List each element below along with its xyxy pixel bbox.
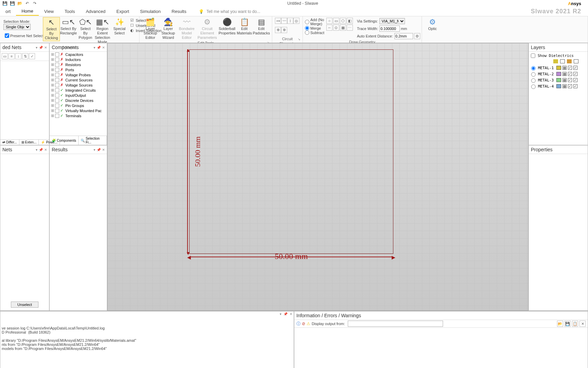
pin-icon[interactable]: 📌 [39,148,43,152]
expand-icon[interactable]: ⊞ [51,67,55,72]
special-select-button[interactable]: ✨Special Select [111,17,128,36]
expand-icon[interactable]: ⊞ [51,78,55,82]
design-canvas[interactable]: ▲ ▼ 50.00 mm ◀ ▶ 50.00 mm [107,43,528,311]
nets-icon-4[interactable]: ⇅ [22,53,28,59]
layer-check-2[interactable]: ✓ [568,84,572,88]
tree-item[interactable]: ⊞ ✗ Inductors [50,57,107,62]
tree-checkbox[interactable] [55,88,59,92]
expand-icon[interactable]: ⊞ [51,113,55,118]
clear-icon[interactable]: ✕ [579,321,586,327]
via-settings-select[interactable]: VIA_M1_M4 [379,18,405,24]
tree-item[interactable]: ⊞ ✓ Input/Output [50,93,107,98]
expand-icon[interactable]: ⊞ [51,83,55,87]
nets-icon-2[interactable]: ≡ [9,53,15,59]
nets-icon-3[interactable]: ↕ [15,53,21,59]
tab-home[interactable]: Home [16,7,39,16]
layer-check-3[interactable]: ✓ [573,72,577,76]
ce-icon-4[interactable]: ◎ [293,18,299,24]
select-by-rectangle-button[interactable]: ▭↖Select By Rectangle [60,17,77,36]
shape-icon-4[interactable]: ◧ [347,18,353,24]
ribbon-search[interactable]: 💡 Tell me what you want to do... [199,9,260,14]
error-icon[interactable]: ⊘ [302,321,305,326]
shape-icon-6[interactable]: ⊙ [333,25,339,31]
expand-icon[interactable]: ⊞ [51,108,55,113]
subtract-radio[interactable] [305,30,309,35]
layer-color-swatch[interactable] [556,78,561,82]
tree-item[interactable]: ⊞ ✓ Discrete Devices [50,98,107,103]
layer-radio[interactable] [531,72,536,77]
region-extent-button[interactable]: ▦↖Region Extent Selection Mode [94,17,111,45]
shape-icon-3[interactable]: ⬠ [340,18,346,24]
expand-icon[interactable]: ⊞ [51,93,55,97]
components-tree[interactable]: ⊞ ✗ Capacitors⊞ ✗ Inductors⊞ ✗ Resistors… [50,52,107,136]
open-folder-icon[interactable]: 📂 [557,321,563,327]
close-icon[interactable]: ✕ [44,148,47,152]
layer-radio[interactable] [531,85,536,89]
tree-checkbox[interactable] [55,109,59,113]
pin-icon[interactable]: 📌 [97,148,101,152]
ce-icon-6[interactable]: ⊗ [281,27,287,33]
shape-icon-8[interactable]: ⋯ [347,25,353,31]
tab-tools[interactable]: Tools [59,7,80,15]
dropdown-icon[interactable]: ▾ [280,312,281,316]
merge-radio[interactable] [305,26,309,30]
layer-check-1[interactable]: ▨ [562,72,567,76]
auto-extent-input[interactable] [394,33,413,39]
info-icon[interactable]: ⓘ [296,321,300,327]
select-by-clicking-button[interactable]: ↖Select By Clicking [43,17,60,41]
edit-padstacks-button[interactable]: ▤Edit Padstacks [253,17,270,36]
tree-checkbox[interactable] [55,93,59,97]
tree-checkbox[interactable] [55,104,59,108]
warning-icon[interactable]: ⚠ [307,321,310,326]
tab-export[interactable]: Export [111,7,135,15]
layer-stackup-editor-button[interactable]: 🗂️Layer Stackup Editor [142,17,159,41]
ce-icon-2[interactable]: 〰 [281,18,287,24]
auto-extent-settings-icon[interactable]: ⚙ [414,33,420,39]
dropdown-icon[interactable]: ▾ [36,148,37,152]
tree-checkbox[interactable] [55,73,59,77]
layer-stackup-wizard-button[interactable]: 🧙Layer Stackup Wizard [159,17,177,41]
nets-icon-1[interactable]: ▭ [2,53,8,59]
unselect-button[interactable]: Unselect [11,302,38,308]
layer-check-1[interactable]: ▨ [562,84,567,88]
layer-row[interactable]: METAL-3 ▨ ✓ ✓ [529,77,587,83]
close-icon[interactable]: ✕ [102,148,105,152]
display-output-select[interactable] [348,321,443,327]
selection-mode-select[interactable]: Single Object [3,24,31,30]
layer-row[interactable]: METAL-1 ▨ ✓ ✓ [529,65,587,71]
layer-check-3[interactable]: ✓ [573,84,577,88]
tab-port-cut[interactable]: ort [0,7,16,15]
circuit-elements-launcher-icon[interactable]: ↘ [298,37,300,42]
tab-simulation[interactable]: Simulation [135,7,166,15]
tree-checkbox[interactable] [55,114,59,118]
tree-checkbox[interactable] [55,58,59,62]
layer-check-2[interactable]: ✓ [568,66,572,70]
ce-icon-1[interactable]: ⊶ [275,18,281,24]
tree-checkbox[interactable] [55,78,59,82]
tree-checkbox[interactable] [55,68,59,72]
message-log[interactable]: ▾📌✕ ve session log C:\Users\xfire\AppDat… [0,311,294,368]
tab-components-bottom[interactable]: 🧩Components [50,136,79,145]
tree-item[interactable]: ⊞ ✗ Capacitors [50,52,107,57]
expand-icon[interactable]: ⊞ [51,52,55,57]
layer-check-1[interactable]: ▨ [562,78,567,82]
trace-width-input[interactable] [379,26,400,32]
solderball-button[interactable]: ⚫Solderball Properties [218,17,236,36]
tree-item[interactable]: ⊞ ✓ Pin Groups [50,103,107,108]
tree-checkbox[interactable] [55,98,59,103]
expand-icon[interactable]: ⊞ [51,98,55,103]
tree-checkbox[interactable] [55,63,59,67]
tab-results[interactable]: Results [166,7,192,15]
expand-icon[interactable]: ⊞ [51,103,55,108]
expand-icon[interactable]: ⊞ [51,57,55,62]
layer-row[interactable]: METAL-4 ▨ ✓ ✓ [529,83,587,89]
expand-icon[interactable]: ⊞ [51,73,55,77]
expand-icon[interactable]: ⊞ [51,88,55,92]
layer-color-swatch[interactable] [556,84,561,88]
tree-item[interactable]: ⊞ ✓ Terminals [50,113,107,118]
qat-undo-icon[interactable]: ↶ [24,1,30,6]
board-outline[interactable] [189,49,393,254]
tab-advanced[interactable]: Advanced [80,7,111,15]
tree-item[interactable]: ⊞ ✗ Resistors [50,62,107,67]
tree-item[interactable]: ⊞ ✓ Virtually Mounted Pac [50,108,107,113]
